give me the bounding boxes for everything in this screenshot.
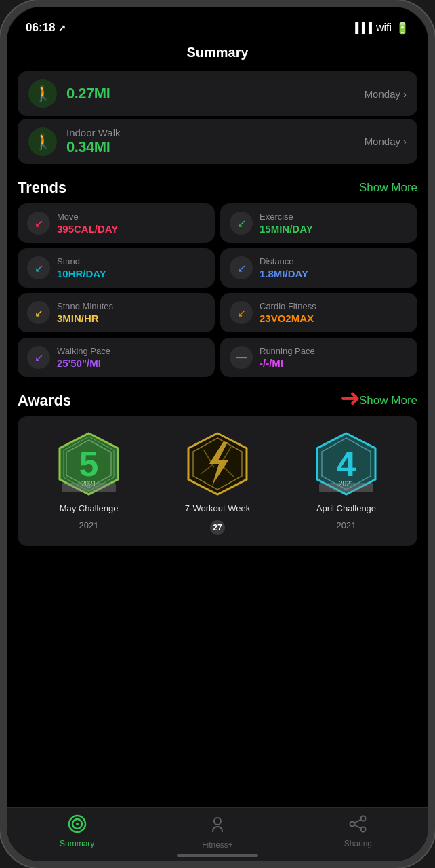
svg-point-20 (76, 823, 79, 825)
may-award-year: 2021 (79, 520, 99, 530)
trends-section-header: Trends Show More (7, 167, 428, 203)
main-content: Summary 🚶 0.27MI Monday › (7, 39, 428, 807)
trend-move[interactable]: ↙ Move 395CAL/DAY (18, 203, 215, 243)
walking-pace-info: Walking Pace 25'50"/MI (57, 346, 110, 369)
page-title: Summary (186, 45, 248, 60)
awards-show-more[interactable]: Show More (359, 394, 417, 408)
move-arrow-circle: ↙ (27, 212, 50, 235)
cardio-arrow-icon: ↙ (237, 307, 246, 319)
svg-line-26 (355, 825, 362, 829)
status-icons: ▐▐▐ wifi 🔋 (352, 22, 409, 35)
wifi-icon: wifi (376, 22, 392, 34)
svg-point-23 (350, 822, 355, 827)
home-indicator (177, 854, 258, 857)
chevron-right-icon-2: › (403, 136, 407, 147)
trend-walking-pace[interactable]: ↙ Walking Pace 25'50"/MI (18, 338, 215, 377)
stand-value: 10HR/DAY (57, 268, 106, 279)
walk-icon: 🚶 (34, 85, 52, 102)
indoor-walk-icon-circle: 🚶 (28, 127, 57, 156)
walking-pace-value: 25'50"/MI (57, 357, 110, 369)
may-badge-svg: 5 2021 (55, 430, 123, 498)
trend-stand-minutes[interactable]: ↙ Stand Minutes 3MIN/HR (18, 293, 215, 332)
indoor-walk-icon: 🚶 (34, 133, 52, 151)
distance-arrow-icon: ↙ (237, 262, 246, 275)
workout-badge-svg (184, 430, 251, 498)
cardio-label: Cardio Fitness (260, 301, 316, 311)
walking-pace-label: Walking Pace (57, 346, 110, 356)
activity-day: Monday › (365, 88, 407, 100)
tab-sharing[interactable]: Sharing (289, 814, 428, 848)
notch (163, 7, 272, 27)
distance-arrow-circle: ↙ (230, 256, 253, 279)
walk-icon-circle: 🚶 (28, 79, 57, 108)
awards-container: 5 2021 May Challenge 2021 (18, 416, 417, 546)
exercise-label: Exercise (260, 212, 313, 222)
stand-minutes-arrow-circle: ↙ (27, 301, 50, 324)
indoor-walk-label: Indoor Walk (66, 127, 120, 138)
walk-day-label: Monday (365, 88, 400, 100)
battery-icon: 🔋 (396, 22, 409, 35)
award-april[interactable]: 4 2021 April Challenge 2021 (289, 430, 405, 530)
svg-point-21 (214, 818, 221, 825)
move-label: Move (57, 212, 118, 222)
april-award-name: April Challenge (316, 503, 376, 515)
sharing-tab-icon (348, 814, 367, 836)
trend-distance[interactable]: ↙ Distance 1.8MI/DAY (220, 248, 417, 288)
tab-fitness-plus[interactable]: Fitness+ (148, 814, 287, 850)
stand-minutes-info: Stand Minutes 3MIN/HR (57, 301, 113, 324)
distance-label: Distance (260, 256, 308, 267)
fitness-tab-label: Fitness+ (202, 840, 233, 850)
svg-rect-5 (62, 483, 116, 492)
move-arrow-icon: ↙ (35, 217, 43, 230)
april-badge-svg: 4 2021 (312, 430, 380, 498)
award-workout[interactable]: 7-Workout Week 27 (160, 430, 276, 535)
trends-show-more[interactable]: Show More (359, 181, 417, 195)
red-arrow-icon: ➜ (340, 384, 360, 412)
awards-section: Awards ➜ Show More (7, 380, 428, 546)
exercise-arrow-icon: ↙ (237, 217, 246, 230)
svg-point-24 (361, 827, 366, 832)
sharing-tab-label: Sharing (344, 839, 372, 848)
svg-point-22 (361, 816, 366, 821)
running-pace-arrow-circle: — (230, 346, 253, 369)
stand-minutes-label: Stand Minutes (57, 301, 113, 311)
running-pace-info: Running Pace -/-/MI (260, 346, 315, 369)
trends-title: Trends (18, 179, 66, 197)
walking-pace-arrow-icon: ↙ (35, 351, 43, 364)
fitness-tab-icon (208, 814, 227, 837)
svg-text:4: 4 (337, 444, 356, 484)
activity-card-indoor-walk[interactable]: 🚶 Indoor Walk 0.34MI Monday › (18, 119, 417, 164)
awards-header: Awards ➜ Show More (7, 380, 428, 416)
stand-minutes-value: 3MIN/HR (57, 313, 113, 324)
exercise-info: Exercise 15MIN/DAY (260, 212, 313, 235)
exercise-value: 15MIN/DAY (260, 223, 313, 235)
distance-value: 1.8MI/DAY (260, 268, 308, 279)
workout-badge-number: 27 (210, 520, 225, 535)
svg-rect-17 (319, 483, 373, 492)
trend-stand[interactable]: ↙ Stand 10HR/DAY (18, 248, 215, 288)
activity-card-walk[interactable]: 🚶 0.27MI Monday › (18, 71, 417, 116)
phone-inner: 06:18 ↗ ▐▐▐ wifi 🔋 Summary 🚶 (7, 7, 428, 861)
trends-grid: ↙ Move 395CAL/DAY ↙ Exercise 15MIN/DAY (7, 203, 428, 377)
running-pace-label: Running Pace (260, 346, 315, 356)
location-icon: ↗ (58, 23, 66, 33)
cardio-arrow-circle: ↙ (230, 301, 253, 324)
phone-frame: 06:18 ↗ ▐▐▐ wifi 🔋 Summary 🚶 (0, 0, 435, 868)
cardio-value: 23VO2MAX (260, 313, 316, 324)
chevron-right-icon: › (403, 88, 407, 100)
may-award-name: May Challenge (60, 503, 119, 515)
trend-cardio[interactable]: ↙ Cardio Fitness 23VO2MAX (220, 293, 417, 332)
awards-title: Awards (18, 392, 71, 410)
status-time: 06:18 ↗ (26, 21, 66, 35)
running-pace-arrow-icon: — (236, 351, 247, 363)
tab-summary[interactable]: Summary (7, 814, 146, 848)
summary-tab-icon (68, 814, 87, 836)
trend-exercise[interactable]: ↙ Exercise 15MIN/DAY (220, 203, 417, 243)
move-info: Move 395CAL/DAY (57, 212, 118, 235)
award-may[interactable]: 5 2021 May Challenge 2021 (31, 430, 147, 530)
exercise-arrow-circle: ↙ (230, 212, 253, 235)
stand-info: Stand 10HR/DAY (57, 256, 106, 279)
indoor-activity-info: Indoor Walk 0.34MI (66, 127, 120, 156)
trend-running-pace[interactable]: — Running Pace -/-/MI (220, 338, 417, 377)
move-value: 395CAL/DAY (57, 223, 118, 235)
